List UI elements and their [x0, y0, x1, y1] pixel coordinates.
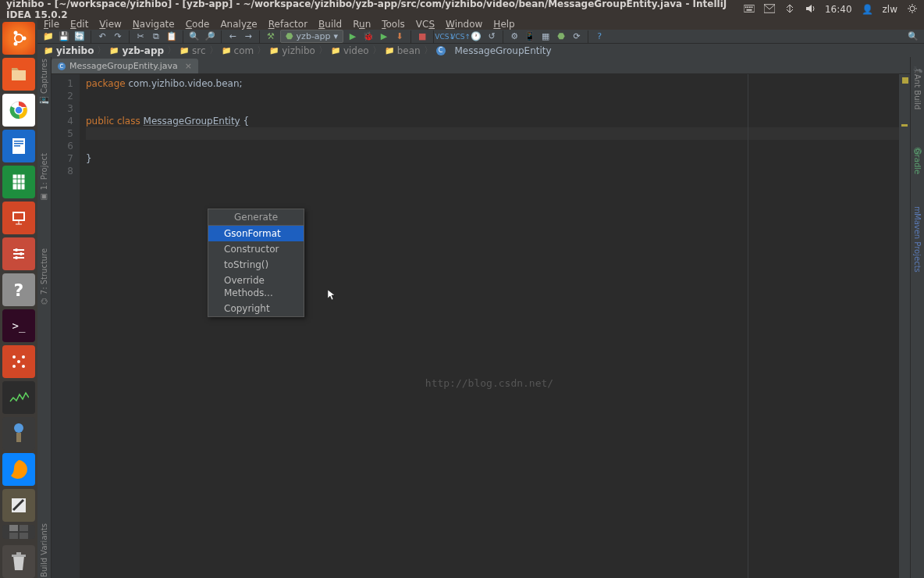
- error-stripe[interactable]: [899, 74, 910, 578]
- svg-point-38: [17, 360, 20, 363]
- popup-item-constructor[interactable]: Constructor: [208, 241, 304, 257]
- crumb-project[interactable]: 📁yizhibo: [44, 45, 94, 56]
- menu-run[interactable]: Run: [353, 19, 371, 30]
- impress-icon[interactable]: [2, 202, 35, 234]
- tool-ant[interactable]: 🐜 Ant Build: [913, 65, 922, 109]
- popup-item-tostring[interactable]: toString(): [208, 257, 304, 273]
- tool-gradle[interactable]: ⓖ Gradle: [912, 141, 923, 174]
- back-icon[interactable]: ←: [226, 30, 239, 43]
- tool-maven[interactable]: m Maven Projects: [913, 206, 922, 273]
- gear-icon[interactable]: [907, 3, 918, 16]
- crumb-module[interactable]: 📁yzb-app: [109, 45, 164, 56]
- save-icon[interactable]: 💾: [58, 30, 70, 43]
- clock[interactable]: 16:40: [825, 4, 852, 15]
- tool-project[interactable]: ▣ 1: Project: [40, 153, 48, 202]
- warning-marker[interactable]: [901, 124, 908, 127]
- class-icon: C: [58, 62, 66, 70]
- vcs-commit-icon[interactable]: VCS↑: [454, 30, 467, 43]
- network-icon[interactable]: [784, 3, 795, 16]
- popup-item-copyright[interactable]: Copyright: [208, 301, 304, 316]
- menu-vcs[interactable]: VCS: [416, 19, 435, 30]
- cut-icon[interactable]: ✂: [134, 30, 147, 43]
- writer-icon[interactable]: [2, 130, 35, 162]
- code-editor[interactable]: package com.yizhibo.video.bean; public c…: [80, 74, 899, 578]
- tool-structure[interactable]: ⌬ 7: Structure: [40, 248, 48, 305]
- crumb-com[interactable]: 📁com: [222, 45, 254, 56]
- menu-build[interactable]: Build: [318, 19, 342, 30]
- stop-icon[interactable]: ■: [416, 30, 428, 43]
- sound-icon[interactable]: [805, 3, 816, 16]
- svg-rect-21: [12, 174, 25, 190]
- close-tab-icon[interactable]: ×: [185, 61, 192, 71]
- firefox-icon[interactable]: [2, 453, 35, 486]
- menu-navigate[interactable]: Navigate: [133, 19, 175, 30]
- make-icon[interactable]: ⚒: [265, 30, 277, 43]
- workspace-switcher-icon[interactable]: [2, 525, 35, 539]
- monitor-icon[interactable]: [2, 381, 35, 414]
- menu-tools[interactable]: Tools: [382, 19, 405, 30]
- dash-icon[interactable]: [2, 22, 35, 55]
- find-icon[interactable]: 🔍: [188, 30, 201, 43]
- ddms-icon[interactable]: ⬣: [555, 30, 567, 43]
- sdk-icon[interactable]: 📱: [524, 30, 536, 43]
- crumb-bean[interactable]: 📁bean: [385, 45, 421, 56]
- forward-icon[interactable]: →: [242, 30, 254, 43]
- inspection-indicator-icon[interactable]: [902, 77, 908, 84]
- popup-item-override[interactable]: Override Methods...: [208, 273, 304, 301]
- gradle-sync-icon[interactable]: ⟳: [570, 30, 583, 43]
- tool-build-variants[interactable]: ⬣ Build Variants: [40, 523, 48, 578]
- help-toolbar-icon[interactable]: ?: [593, 30, 606, 43]
- editor-body: 1 2 3 4 5 6 7 8 package com.yizhibo.vide…: [52, 74, 910, 578]
- files-icon[interactable]: [2, 58, 35, 91]
- calc-icon[interactable]: [2, 166, 35, 198]
- crumb-video[interactable]: 📁video: [331, 45, 369, 56]
- sync-icon[interactable]: 🔄: [73, 30, 86, 43]
- redo-icon[interactable]: ↷: [112, 30, 124, 43]
- tool-captures[interactable]: 📷 Captures: [40, 59, 48, 106]
- open-icon[interactable]: 📁: [42, 30, 55, 43]
- avd-icon[interactable]: ▦: [539, 30, 552, 43]
- vcs-update-icon[interactable]: VCS↓: [439, 30, 451, 43]
- menu-window[interactable]: Window: [446, 19, 482, 30]
- trash-icon[interactable]: [2, 545, 35, 578]
- svg-rect-40: [16, 433, 21, 442]
- revert-icon[interactable]: ↺: [485, 30, 498, 43]
- settings-icon[interactable]: [2, 237, 35, 270]
- run-icon[interactable]: ▶: [346, 30, 359, 43]
- popup-item-gsonformat[interactable]: GsonFormat: [208, 226, 304, 241]
- menu-analyze[interactable]: Analyze: [220, 19, 257, 30]
- menu-help[interactable]: Help: [493, 19, 514, 30]
- copy-icon[interactable]: ⧉: [150, 30, 162, 43]
- editor-icon[interactable]: [2, 489, 35, 522]
- paste-icon[interactable]: 📋: [165, 30, 178, 43]
- structure-icon[interactable]: ⚙: [508, 30, 521, 43]
- run-configuration-selector[interactable]: ⬣ yzb-app ▾: [280, 30, 343, 43]
- menu-edit[interactable]: Edit: [70, 19, 88, 30]
- menu-view[interactable]: View: [99, 19, 121, 30]
- crumb-class[interactable]: C MessageGroupEntity: [436, 45, 552, 56]
- tab-filename: MessageGroupEntity.java: [69, 61, 178, 71]
- history-icon[interactable]: 🕐: [470, 30, 482, 43]
- keyboard-icon[interactable]: [744, 3, 755, 16]
- svg-point-35: [22, 355, 25, 359]
- search-everywhere-icon[interactable]: 🔍: [907, 30, 919, 43]
- menu-code[interactable]: Code: [186, 19, 210, 30]
- run-coverage-icon[interactable]: ▶: [378, 30, 390, 43]
- dice-icon[interactable]: [2, 345, 35, 378]
- debug-icon[interactable]: 🐞: [362, 30, 375, 43]
- menu-refactor[interactable]: Refactor: [268, 19, 307, 30]
- undo-icon[interactable]: ↶: [96, 30, 108, 43]
- menu-file[interactable]: File: [44, 19, 59, 30]
- help-icon[interactable]: ?: [2, 273, 35, 306]
- username[interactable]: zlw: [883, 4, 897, 15]
- mail-icon[interactable]: [764, 3, 775, 16]
- crumb-yizhibo[interactable]: 📁yizhibo: [269, 45, 315, 56]
- ide-icon[interactable]: [2, 417, 35, 450]
- user-icon[interactable]: 👤: [862, 4, 873, 15]
- crumb-src[interactable]: 📁src: [179, 45, 206, 56]
- attach-icon[interactable]: ⬇: [393, 30, 406, 43]
- editor-tab[interactable]: C MessageGroupEntity.java ×: [52, 59, 198, 73]
- replace-icon[interactable]: 🔎: [204, 30, 216, 43]
- terminal-icon[interactable]: >_: [2, 309, 35, 342]
- chrome-icon[interactable]: [2, 94, 35, 127]
